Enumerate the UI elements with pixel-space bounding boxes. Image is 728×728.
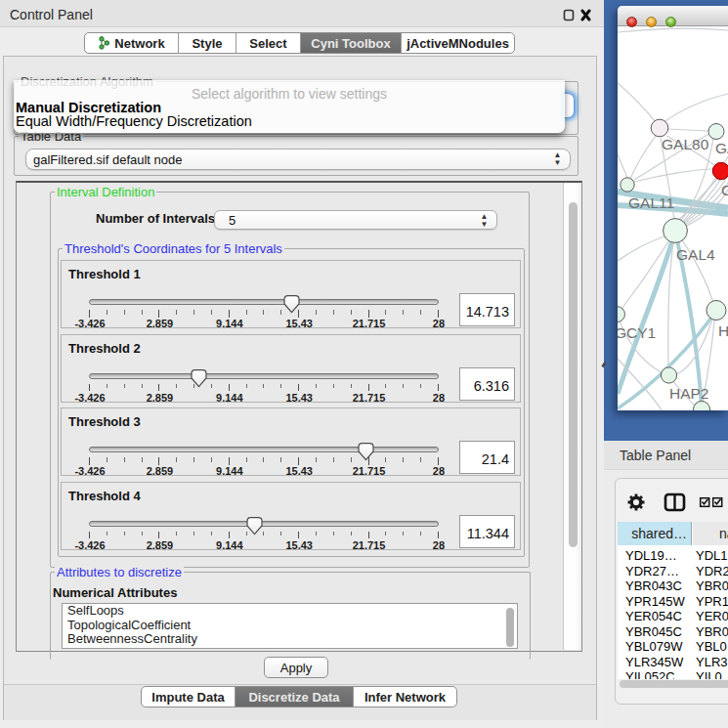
svg-text:GAL11: GAL11 — [628, 194, 674, 211]
svg-text:HAP2: HAP2 — [669, 385, 709, 402]
svg-text:GA: GA — [715, 140, 728, 156]
svg-text:GCY1: GCY1 — [618, 324, 656, 341]
svg-text:HI: HI — [718, 322, 728, 339]
svg-text:GAL80: GAL80 — [662, 136, 709, 152]
svg-text:GAL4: GAL4 — [676, 246, 715, 263]
svg-text:CY: CY — [721, 182, 728, 198]
